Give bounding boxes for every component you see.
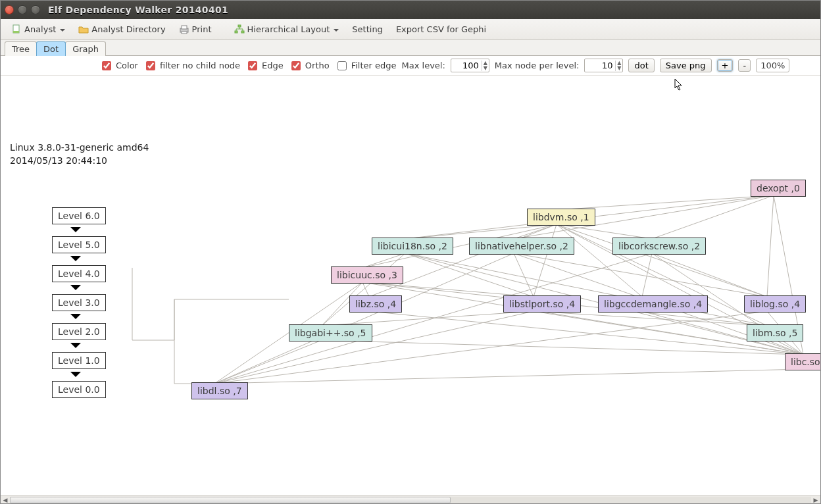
svg-rect-3 (182, 26, 187, 29)
minimize-icon[interactable] (18, 5, 27, 14)
titlebar: Elf Dependency Walker 20140401 (1, 1, 820, 19)
print-button[interactable]: Print (174, 22, 217, 37)
node-libc[interactable]: libc.so (785, 353, 820, 370)
filter-edge-checkbox[interactable]: Filter edge (335, 59, 397, 72)
spin-down-icon: ▼ (482, 66, 489, 71)
svg-rect-1 (13, 31, 19, 33)
edge-checkbox[interactable]: Edge (245, 59, 284, 72)
graph-canvas[interactable]: Linux 3.8.0-31-generic amd64 2014/05/13 … (1, 76, 820, 503)
node-libm[interactable]: libm.so ,5 (747, 324, 803, 341)
svg-line-8 (557, 195, 774, 210)
chevron-down-icon (334, 29, 339, 34)
svg-line-29 (514, 253, 534, 297)
node-libdvm[interactable]: libdvm.so ,1 (527, 209, 595, 226)
tab-graph[interactable]: Graph (65, 41, 106, 56)
svg-rect-6 (235, 31, 237, 33)
node-libdl[interactable]: libdl.so ,7 (191, 382, 248, 399)
level-box: Level 1.0 (52, 352, 106, 369)
analyst-menu[interactable]: Analyst (6, 22, 70, 37)
max-node-label: Max node per level: (495, 61, 580, 70)
options-bar: Color filter no child node Edge Ortho Fi… (1, 56, 820, 76)
svg-rect-4 (182, 32, 187, 34)
window-controls (5, 5, 40, 14)
hierarchy-icon (234, 24, 245, 35)
save-png-button[interactable]: Save png (660, 59, 712, 72)
scroll-right-icon[interactable]: ▶ (811, 496, 820, 504)
node-libicuuc[interactable]: libicuuc.so ,3 (331, 266, 403, 284)
max-level-input[interactable] (451, 59, 482, 72)
max-node-input[interactable] (585, 59, 615, 72)
dot-button[interactable]: dot (628, 59, 654, 72)
layout-label: Hierarchical Layout (247, 24, 330, 34)
window-title: Elf Dependency Walker 20140401 (45, 5, 228, 15)
level-box: Level 5.0 (52, 236, 106, 253)
setting-label: Setting (352, 24, 383, 34)
svg-line-14 (405, 224, 557, 239)
document-icon (11, 24, 22, 35)
svg-line-27 (405, 253, 767, 326)
node-libz[interactable]: libz.so ,4 (349, 295, 402, 313)
node-libgccdemangle[interactable]: libgccdemangle.so ,4 (598, 295, 708, 313)
ortho-checkbox[interactable]: Ortho (289, 59, 330, 72)
print-label: Print (192, 24, 212, 34)
svg-line-33 (642, 253, 652, 297)
main-toolbar: Analyst Analyst Directory Print Hierarch… (1, 19, 820, 40)
svg-line-12 (767, 195, 774, 297)
node-liblog[interactable]: liblog.so ,4 (744, 295, 806, 313)
svg-line-36 (214, 253, 652, 384)
zoom-in-button[interactable]: + (717, 59, 734, 72)
analyst-label: Analyst (24, 24, 56, 34)
close-icon[interactable] (5, 5, 14, 14)
max-level-spinner[interactable]: ▲▼ (451, 59, 489, 72)
scroll-thumb[interactable] (10, 497, 451, 503)
folder-icon (78, 24, 89, 35)
svg-line-11 (652, 195, 774, 239)
level-box: Level 6.0 (52, 207, 106, 224)
analyst-dir-label: Analyst Directory (91, 24, 165, 34)
export-label: Export CSV for Gephi (396, 24, 486, 34)
svg-rect-7 (241, 31, 244, 33)
zoom-out-button[interactable]: - (738, 59, 751, 72)
tab-dot[interactable]: Dot (36, 41, 66, 56)
node-libstlport[interactable]: libstlport.so ,4 (503, 295, 581, 313)
scroll-track[interactable] (10, 497, 811, 503)
horizontal-scrollbar[interactable]: ◀ ▶ (1, 495, 820, 503)
level-box: Level 0.0 (52, 381, 106, 398)
spin-down-icon: ▼ (616, 66, 622, 71)
view-tabs: Tree Dot Graph (1, 40, 820, 56)
svg-rect-5 (238, 25, 241, 27)
node-dexopt[interactable]: dexopt ,0 (751, 180, 806, 197)
maximize-icon[interactable] (31, 5, 40, 14)
graph-edges (1, 76, 820, 495)
svg-line-34 (652, 253, 767, 297)
analyst-directory-button[interactable]: Analyst Directory (73, 22, 170, 37)
level-box: Level 3.0 (52, 294, 106, 311)
chevron-down-icon (60, 29, 65, 34)
level-box: Level 2.0 (52, 323, 106, 340)
max-level-label: Max level: (402, 61, 445, 70)
level-box: Level 4.0 (52, 265, 106, 282)
scroll-left-icon[interactable]: ◀ (1, 496, 10, 504)
node-libnativehelper[interactable]: libnativehelper.so ,2 (469, 238, 574, 255)
max-node-spinner[interactable]: ▲▼ (584, 59, 623, 72)
svg-line-54 (214, 369, 803, 384)
export-csv-button[interactable]: Export CSV for Gephi (391, 22, 491, 36)
node-libicui18n[interactable]: libicui18n.so ,2 (372, 238, 453, 255)
color-checkbox[interactable]: Color (99, 59, 138, 72)
setting-button[interactable]: Setting (347, 22, 388, 36)
tab-tree[interactable]: Tree (5, 41, 37, 56)
main-window: Elf Dependency Walker 20140401 Analyst A… (0, 0, 821, 504)
svg-line-24 (362, 253, 405, 268)
filter-nochild-checkbox[interactable]: filter no child node (143, 59, 240, 72)
node-libcorkscrew[interactable]: libcorkscrew.so ,2 (612, 238, 706, 255)
node-libgabi[interactable]: libgabi++.so ,5 (289, 324, 372, 341)
svg-line-28 (322, 253, 405, 326)
svg-line-30 (514, 253, 767, 297)
layout-menu[interactable]: Hierarchical Layout (229, 22, 345, 37)
zoom-display: 100% (756, 59, 789, 72)
printer-icon (179, 24, 189, 35)
